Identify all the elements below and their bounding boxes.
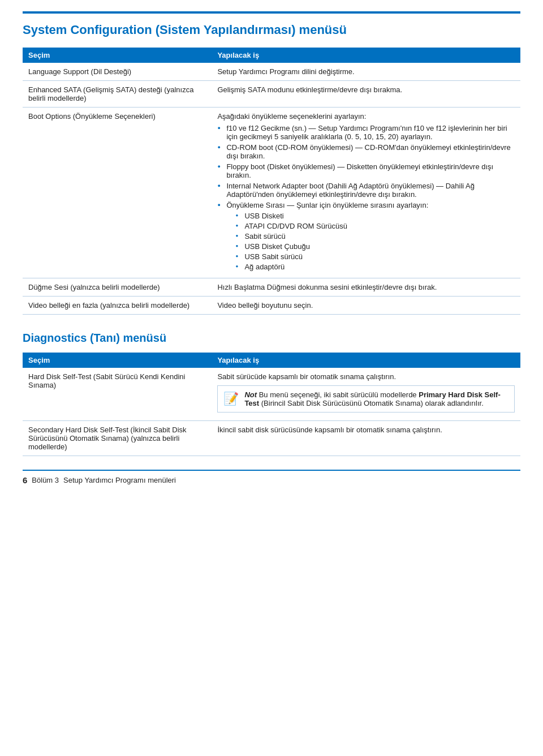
- note-label: Not: [244, 390, 258, 399]
- section2-col1-header: Seçim: [23, 353, 212, 368]
- list-item: USB Disket Çubuğu: [235, 242, 515, 251]
- section1-col2-cell: Hızlı Başlatma Düğmesi dokunma sesini et…: [212, 278, 520, 297]
- page-number: 6: [23, 475, 27, 485]
- top-blue-bar: [23, 11, 520, 14]
- note-bold-text: Primary Hard Disk Self-Test: [244, 390, 500, 407]
- section1-col1-cell: Video belleği en fazla (yalnızca belirli…: [23, 297, 212, 315]
- section2-col2-cell: İkincil sabit disk sürücüsünde kapsamlı …: [212, 421, 520, 456]
- table-row: Hard Disk Self-Test (Sabit Sürücü Kendi …: [23, 368, 520, 421]
- section1-col2-cell: Gelişmiş SATA modunu etkinleştirme/devre…: [212, 81, 520, 108]
- list-item: Ağ adaptörü: [235, 263, 515, 271]
- note-text: Not Bu menü seçeneği, iki sabit sürücülü…: [244, 390, 508, 407]
- table-row: Language Support (Dil Desteği)Setup Yard…: [23, 63, 520, 81]
- list-item: CD-ROM boot (CD-ROM önyüklemesi) — CD-RO…: [217, 143, 515, 160]
- section1-col1-cell: Boot Options (Önyükleme Seçenekleri): [23, 108, 212, 278]
- section1-col1-header: Seçim: [23, 48, 212, 63]
- main-text: Sabit sürücüde kapsamlı bir otomatik sın…: [217, 372, 515, 381]
- list-item: Floppy boot (Disket önyüklemesi) — Diske…: [217, 162, 515, 179]
- list-item: USB Sabit sürücü: [235, 252, 515, 261]
- section2-title: Diagnostics (Tanı) menüsü: [23, 332, 520, 345]
- section1-col1-cell: Enhanced SATA (Gelişmiş SATA) desteği (y…: [23, 81, 212, 108]
- list-item: Sabit sürücü: [235, 232, 515, 240]
- section2-col2-header: Yapılacak iş: [212, 353, 520, 368]
- table-row: Secondary Hard Disk Self-Test (İkincil S…: [23, 421, 520, 456]
- section2-col1-cell: Hard Disk Self-Test (Sabit Sürücü Kendi …: [23, 368, 212, 421]
- section2-col1-cell: Secondary Hard Disk Self-Test (İkincil S…: [23, 421, 212, 456]
- list-item: ATAPI CD/DVD ROM Sürücüsü: [235, 222, 515, 230]
- list-item: USB Disketi: [235, 212, 515, 220]
- section1-col1-cell: Language Support (Dil Desteği): [23, 63, 212, 81]
- footer-chapter: Bölüm 3: [32, 476, 59, 484]
- list-item: Önyükleme Sırası — Şunlar için önyükleme…: [217, 201, 515, 271]
- page-footer: 6 Bölüm 3 Setup Yardımcı Programı menüle…: [23, 470, 520, 485]
- section2-table: Seçim Yapılacak iş Hard Disk Self-Test (…: [23, 353, 520, 456]
- section1-table: Seçim Yapılacak iş Language Support (Dil…: [23, 48, 520, 315]
- section1-col2-cell: Aşağıdaki önyükleme seçeneklerini ayarla…: [212, 108, 520, 278]
- note-icon: 📝: [223, 392, 239, 406]
- table-row: Video belleği en fazla (yalnızca belirli…: [23, 297, 520, 315]
- section1-col1-cell: Düğme Sesi (yalnızca belirli modellerde): [23, 278, 212, 297]
- table-row: Düğme Sesi (yalnızca belirli modellerde)…: [23, 278, 520, 297]
- page-title: System Configuration (Sistem Yapılandırm…: [23, 23, 520, 37]
- table-row: Boot Options (Önyükleme Seçenekleri)Aşağ…: [23, 108, 520, 278]
- section1-col2-header: Yapılacak iş: [212, 48, 520, 63]
- section2-col2-cell: Sabit sürücüde kapsamlı bir otomatik sın…: [212, 368, 520, 421]
- list-item: f10 ve f12 Gecikme (sn.) — Setup Yardımc…: [217, 124, 515, 141]
- note-box: 📝Not Bu menü seçeneği, iki sabit sürücül…: [217, 385, 515, 413]
- section1-col2-cell: Video belleği boyutunu seçin.: [212, 297, 520, 315]
- list-item: Internal Network Adapter boot (Dahili Ağ…: [217, 182, 515, 199]
- table-row: Enhanced SATA (Gelişmiş SATA) desteği (y…: [23, 81, 520, 108]
- section1-col2-cell: Setup Yardımcı Programı dilini değiştirm…: [212, 63, 520, 81]
- footer-chapter-text: Setup Yardımcı Programı menüleri: [63, 476, 176, 484]
